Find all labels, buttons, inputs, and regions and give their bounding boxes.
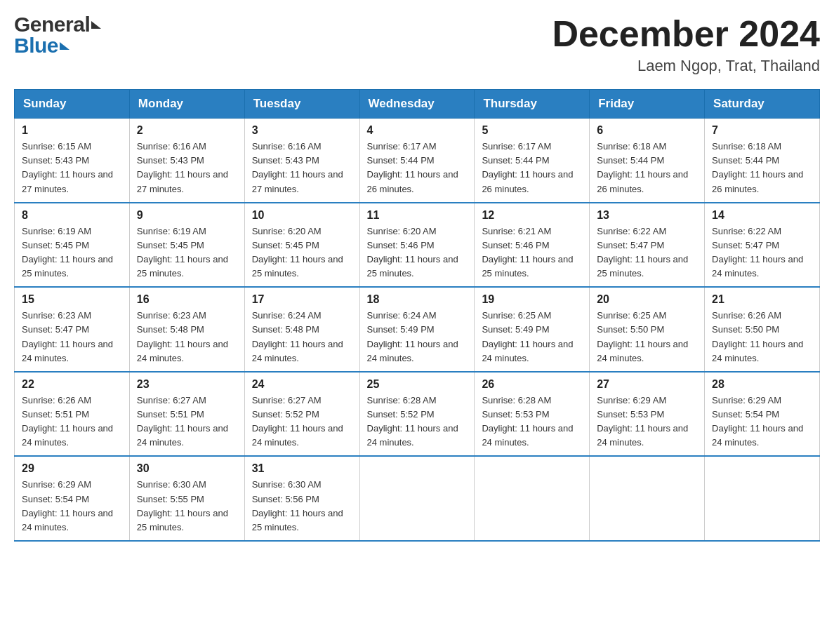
logo-text: General Blue bbox=[14, 14, 101, 56]
page-header: General Blue December 2024 Laem Ngop, Tr… bbox=[14, 14, 820, 75]
logo-blue-arrow-icon bbox=[60, 42, 70, 50]
day-cell: 3 Sunrise: 6:16 AMSunset: 5:43 PMDayligh… bbox=[244, 119, 359, 203]
day-detail: Sunrise: 6:23 AMSunset: 5:48 PMDaylight:… bbox=[137, 309, 237, 365]
week-row-3: 15 Sunrise: 6:23 AMSunset: 5:47 PMDaylig… bbox=[15, 287, 820, 372]
day-number: 21 bbox=[712, 293, 812, 306]
week-row-1: 1 Sunrise: 6:15 AMSunset: 5:43 PMDayligh… bbox=[15, 119, 820, 203]
day-cell: 19 Sunrise: 6:25 AMSunset: 5:49 PMDaylig… bbox=[475, 287, 590, 372]
day-cell: 4 Sunrise: 6:17 AMSunset: 5:44 PMDayligh… bbox=[359, 119, 475, 203]
day-number: 30 bbox=[137, 462, 237, 475]
col-tuesday: Tuesday bbox=[244, 90, 359, 119]
day-cell: 30 Sunrise: 6:30 AMSunset: 5:55 PMDaylig… bbox=[129, 456, 244, 541]
day-number: 4 bbox=[367, 124, 468, 137]
day-detail: Sunrise: 6:25 AMSunset: 5:50 PMDaylight:… bbox=[597, 309, 697, 365]
day-detail: Sunrise: 6:29 AMSunset: 5:53 PMDaylight:… bbox=[597, 394, 697, 450]
logo-general-text: General bbox=[14, 14, 90, 35]
day-number: 25 bbox=[367, 378, 468, 391]
day-cell: 13 Sunrise: 6:22 AMSunset: 5:47 PMDaylig… bbox=[590, 203, 705, 288]
day-cell: 26 Sunrise: 6:28 AMSunset: 5:53 PMDaylig… bbox=[475, 372, 590, 457]
day-number: 20 bbox=[597, 293, 697, 306]
day-number: 19 bbox=[482, 293, 582, 306]
day-number: 29 bbox=[22, 462, 122, 475]
day-number: 8 bbox=[22, 209, 122, 222]
week-row-5: 29 Sunrise: 6:29 AMSunset: 5:54 PMDaylig… bbox=[15, 456, 820, 541]
day-cell: 1 Sunrise: 6:15 AMSunset: 5:43 PMDayligh… bbox=[15, 119, 130, 203]
day-detail: Sunrise: 6:18 AMSunset: 5:44 PMDaylight:… bbox=[712, 140, 812, 196]
day-detail: Sunrise: 6:26 AMSunset: 5:51 PMDaylight:… bbox=[22, 394, 122, 450]
logo-general-row: General bbox=[14, 14, 101, 35]
arrow-blue-icon bbox=[60, 42, 70, 50]
day-detail: Sunrise: 6:17 AMSunset: 5:44 PMDaylight:… bbox=[367, 140, 468, 196]
logo-blue-text: Blue bbox=[14, 35, 58, 56]
col-thursday: Thursday bbox=[475, 90, 590, 119]
col-friday: Friday bbox=[590, 90, 705, 119]
header-row: Sunday Monday Tuesday Wednesday Thursday… bbox=[15, 90, 820, 119]
calendar-header: Sunday Monday Tuesday Wednesday Thursday… bbox=[15, 90, 820, 119]
day-detail: Sunrise: 6:30 AMSunset: 5:56 PMDaylight:… bbox=[252, 478, 352, 535]
location-title: Laem Ngop, Trat, Thailand bbox=[552, 57, 820, 75]
col-wednesday: Wednesday bbox=[359, 90, 475, 119]
day-cell: 9 Sunrise: 6:19 AMSunset: 5:45 PMDayligh… bbox=[129, 203, 244, 288]
day-detail: Sunrise: 6:23 AMSunset: 5:47 PMDaylight:… bbox=[22, 309, 122, 365]
day-number: 14 bbox=[712, 209, 812, 222]
col-sunday: Sunday bbox=[15, 90, 130, 119]
day-number: 12 bbox=[482, 209, 582, 222]
day-cell: 16 Sunrise: 6:23 AMSunset: 5:48 PMDaylig… bbox=[129, 287, 244, 372]
day-cell: 2 Sunrise: 6:16 AMSunset: 5:43 PMDayligh… bbox=[129, 119, 244, 203]
day-detail: Sunrise: 6:20 AMSunset: 5:45 PMDaylight:… bbox=[252, 224, 352, 281]
logo-blue-row: Blue bbox=[14, 35, 101, 56]
day-cell: 28 Sunrise: 6:29 AMSunset: 5:54 PMDaylig… bbox=[705, 372, 820, 457]
arrow-dark-icon bbox=[91, 21, 101, 29]
day-cell: 14 Sunrise: 6:22 AMSunset: 5:47 PMDaylig… bbox=[705, 203, 820, 288]
day-cell bbox=[590, 456, 705, 541]
day-detail: Sunrise: 6:28 AMSunset: 5:52 PMDaylight:… bbox=[367, 394, 468, 450]
day-detail: Sunrise: 6:16 AMSunset: 5:43 PMDaylight:… bbox=[252, 140, 352, 196]
day-number: 26 bbox=[482, 378, 582, 391]
day-cell: 10 Sunrise: 6:20 AMSunset: 5:45 PMDaylig… bbox=[244, 203, 359, 288]
day-detail: Sunrise: 6:19 AMSunset: 5:45 PMDaylight:… bbox=[22, 224, 122, 281]
day-detail: Sunrise: 6:17 AMSunset: 5:44 PMDaylight:… bbox=[482, 140, 582, 196]
day-cell: 5 Sunrise: 6:17 AMSunset: 5:44 PMDayligh… bbox=[475, 119, 590, 203]
day-cell: 11 Sunrise: 6:20 AMSunset: 5:46 PMDaylig… bbox=[359, 203, 475, 288]
day-detail: Sunrise: 6:29 AMSunset: 5:54 PMDaylight:… bbox=[22, 478, 122, 535]
day-cell bbox=[705, 456, 820, 541]
day-cell: 8 Sunrise: 6:19 AMSunset: 5:45 PMDayligh… bbox=[15, 203, 130, 288]
day-cell: 23 Sunrise: 6:27 AMSunset: 5:51 PMDaylig… bbox=[129, 372, 244, 457]
day-cell: 20 Sunrise: 6:25 AMSunset: 5:50 PMDaylig… bbox=[590, 287, 705, 372]
day-number: 3 bbox=[252, 124, 352, 137]
day-number: 1 bbox=[22, 124, 122, 137]
day-cell: 6 Sunrise: 6:18 AMSunset: 5:44 PMDayligh… bbox=[590, 119, 705, 203]
day-cell: 12 Sunrise: 6:21 AMSunset: 5:46 PMDaylig… bbox=[475, 203, 590, 288]
day-cell: 7 Sunrise: 6:18 AMSunset: 5:44 PMDayligh… bbox=[705, 119, 820, 203]
day-number: 23 bbox=[137, 378, 237, 391]
day-cell: 22 Sunrise: 6:26 AMSunset: 5:51 PMDaylig… bbox=[15, 372, 130, 457]
day-number: 27 bbox=[597, 378, 697, 391]
day-detail: Sunrise: 6:27 AMSunset: 5:51 PMDaylight:… bbox=[137, 394, 237, 450]
week-row-4: 22 Sunrise: 6:26 AMSunset: 5:51 PMDaylig… bbox=[15, 372, 820, 457]
day-detail: Sunrise: 6:19 AMSunset: 5:45 PMDaylight:… bbox=[137, 224, 237, 281]
day-detail: Sunrise: 6:21 AMSunset: 5:46 PMDaylight:… bbox=[482, 224, 582, 281]
day-detail: Sunrise: 6:24 AMSunset: 5:49 PMDaylight:… bbox=[367, 309, 468, 365]
day-cell: 17 Sunrise: 6:24 AMSunset: 5:48 PMDaylig… bbox=[244, 287, 359, 372]
day-cell: 18 Sunrise: 6:24 AMSunset: 5:49 PMDaylig… bbox=[359, 287, 475, 372]
day-cell: 29 Sunrise: 6:29 AMSunset: 5:54 PMDaylig… bbox=[15, 456, 130, 541]
day-number: 16 bbox=[137, 293, 237, 306]
day-detail: Sunrise: 6:28 AMSunset: 5:53 PMDaylight:… bbox=[482, 394, 582, 450]
day-number: 10 bbox=[252, 209, 352, 222]
day-number: 22 bbox=[22, 378, 122, 391]
day-number: 17 bbox=[252, 293, 352, 306]
day-detail: Sunrise: 6:24 AMSunset: 5:48 PMDaylight:… bbox=[252, 309, 352, 365]
day-cell: 15 Sunrise: 6:23 AMSunset: 5:47 PMDaylig… bbox=[15, 287, 130, 372]
day-number: 31 bbox=[252, 462, 352, 475]
day-detail: Sunrise: 6:26 AMSunset: 5:50 PMDaylight:… bbox=[712, 309, 812, 365]
day-number: 18 bbox=[367, 293, 468, 306]
day-number: 7 bbox=[712, 124, 812, 137]
day-detail: Sunrise: 6:20 AMSunset: 5:46 PMDaylight:… bbox=[367, 224, 468, 281]
day-detail: Sunrise: 6:15 AMSunset: 5:43 PMDaylight:… bbox=[22, 140, 122, 196]
title-block: December 2024 Laem Ngop, Trat, Thailand bbox=[552, 14, 820, 75]
day-cell: 25 Sunrise: 6:28 AMSunset: 5:52 PMDaylig… bbox=[359, 372, 475, 457]
day-cell: 21 Sunrise: 6:26 AMSunset: 5:50 PMDaylig… bbox=[705, 287, 820, 372]
day-cell: 31 Sunrise: 6:30 AMSunset: 5:56 PMDaylig… bbox=[244, 456, 359, 541]
logo: General Blue bbox=[14, 14, 101, 56]
week-row-2: 8 Sunrise: 6:19 AMSunset: 5:45 PMDayligh… bbox=[15, 203, 820, 288]
